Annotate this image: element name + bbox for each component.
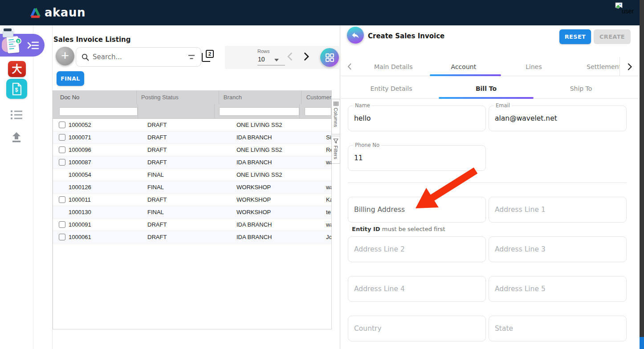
- rows-per-page-label: Rows: [257, 49, 270, 54]
- row-checkbox[interactable]: [59, 122, 65, 128]
- table-row[interactable]: 1000096 DRAFT ONE LIVING SS2 Re: [53, 144, 331, 156]
- address-line-4-input[interactable]: [354, 277, 481, 301]
- helper-bold: Entity ID: [352, 226, 380, 232]
- phone-input[interactable]: [354, 146, 481, 170]
- table-row[interactable]: 1000130 FINAL WORKSHOP te: [53, 206, 331, 219]
- cell-doc-no: 1000054: [67, 171, 143, 178]
- table-row[interactable]: 1000052 DRAFT ONE LIVING SS2: [53, 119, 331, 131]
- table-row[interactable]: 1000011 DRAFT WORKSHOP Ka: [53, 194, 331, 206]
- grid-icon: [325, 53, 334, 62]
- cell-doc-no: 1000071: [67, 134, 143, 141]
- brand-logo[interactable]: akaun: [29, 6, 86, 19]
- address-line-5-input[interactable]: [495, 277, 621, 301]
- table-row[interactable]: 1000126 FINAL WORKSHOP wa: [53, 181, 331, 194]
- email-field: Email: [489, 106, 627, 131]
- table-row[interactable]: 1000071 DRAFT IDA BRANCH Si: [53, 131, 331, 144]
- cell-customer: Re: [321, 146, 331, 153]
- row-checkbox[interactable]: [59, 159, 65, 166]
- cell-branch: IDA BRANCH: [232, 134, 321, 141]
- table-row[interactable]: 1000087 DRAFT IDA BRANCH wa: [53, 156, 331, 169]
- filters-side-tab[interactable]: Filters: [331, 136, 340, 164]
- back-button[interactable]: [347, 27, 364, 44]
- window-scrollbar-thumb[interactable]: [640, 337, 644, 349]
- reset-button[interactable]: RESET: [559, 29, 591, 44]
- row-checkbox[interactable]: [59, 134, 65, 141]
- address-line-1-field: [489, 197, 627, 223]
- search-box: [76, 47, 201, 67]
- da-glyph: 大: [12, 61, 22, 77]
- tab-main-details[interactable]: Main Details: [358, 63, 428, 70]
- sidebar-app-da-icon[interactable]: 大: [8, 61, 26, 77]
- back-arrow-icon: [351, 31, 360, 40]
- table-empty-area: [53, 243, 331, 329]
- billing-address-input[interactable]: [354, 198, 481, 222]
- columns-side-tab[interactable]: Columns: [331, 99, 340, 134]
- cell-posting-status: DRAFT: [143, 146, 232, 153]
- filter-doc-no-input[interactable]: [59, 107, 138, 116]
- prev-page-button[interactable]: [287, 52, 293, 63]
- cell-branch: WORKSHOP: [232, 184, 321, 191]
- state-input[interactable]: [495, 317, 621, 341]
- subtab-entity-details[interactable]: Entity Details: [344, 85, 439, 92]
- table-row[interactable]: 1000054 FINAL ONE LIVING SS2: [53, 169, 331, 181]
- header-branch[interactable]: Branch: [219, 90, 301, 104]
- row-checkbox[interactable]: [59, 146, 65, 153]
- grid-view-button[interactable]: [320, 48, 339, 67]
- cell-customer: wa: [321, 159, 331, 166]
- duplicate-count: 2: [206, 50, 214, 58]
- cell-doc-no: 1000096: [67, 146, 143, 153]
- create-button[interactable]: CREATE: [594, 29, 631, 44]
- tab-lines[interactable]: Lines: [499, 63, 569, 70]
- table-header-row: Doc No Posting Status Branch Customer: [53, 90, 331, 104]
- tabs-scroll-left-button[interactable]: [341, 63, 358, 70]
- cell-customer: wa: [321, 221, 331, 228]
- address-line-3-input[interactable]: [495, 237, 621, 261]
- filter-branch-input[interactable]: [219, 107, 299, 116]
- cell-branch: ONE LIVING SS2: [232, 122, 321, 128]
- menu-open-icon[interactable]: [27, 41, 39, 50]
- cell-posting-status: DRAFT: [143, 196, 232, 203]
- sidebar-listing-icon[interactable]: [10, 110, 23, 120]
- cell-doc-no: 1000061: [67, 234, 143, 240]
- email-input[interactable]: [495, 106, 621, 130]
- header-customer[interactable]: Customer: [301, 90, 331, 104]
- row-checkbox[interactable]: [59, 234, 65, 240]
- cell-branch: IDA BRANCH: [232, 159, 321, 166]
- status-filter-chip[interactable]: FINAL: [57, 71, 84, 86]
- tabs-scroll-right-button[interactable]: [620, 57, 639, 76]
- sidebar-app-invoice-icon[interactable]: $: [6, 79, 27, 99]
- subtab-ship-to[interactable]: Ship To: [534, 85, 628, 92]
- address-line-1-input[interactable]: [495, 198, 621, 222]
- address-line-2-input[interactable]: [354, 237, 481, 261]
- user-avatar[interactable]: user: [615, 2, 641, 20]
- row-checkbox[interactable]: [59, 221, 65, 228]
- window-scrollbar-track[interactable]: [640, 0, 644, 349]
- rows-per-page-value[interactable]: 10: [258, 56, 265, 63]
- table-row[interactable]: 1000061 DRAFT IDA BRANCH Jo: [53, 231, 331, 243]
- tab-account[interactable]: Account: [428, 63, 499, 70]
- add-invoice-button[interactable]: +: [56, 47, 74, 65]
- cell-branch: WORKSHOP: [232, 209, 321, 215]
- filter-customer-input[interactable]: [305, 107, 331, 116]
- sidebar-upload-icon[interactable]: [11, 132, 22, 143]
- sidebar: $ 大 $: [0, 25, 33, 349]
- dollar-badge-icon: $: [15, 38, 21, 44]
- rows-select-underline: [257, 65, 285, 65]
- row-checkbox[interactable]: [59, 196, 65, 203]
- duplicate-pages-icon[interactable]: 2: [202, 50, 214, 62]
- header-doc-no[interactable]: Doc No: [53, 94, 136, 101]
- cell-posting-status: FINAL: [143, 171, 232, 178]
- table-row[interactable]: 1000091 DRAFT IDA BRANCH wa: [53, 219, 331, 231]
- sub-tabs: Entity Details Bill To Ship To: [344, 78, 628, 98]
- subtab-bill-to[interactable]: Bill To: [439, 85, 534, 92]
- country-input[interactable]: [354, 317, 481, 341]
- panel-divider: [340, 25, 340, 349]
- search-input[interactable]: [93, 53, 184, 61]
- next-page-button[interactable]: [304, 52, 310, 63]
- header-posting-status[interactable]: Posting Status: [136, 90, 219, 104]
- active-subtab-indicator: [439, 97, 534, 99]
- main-tabs: Main Details Account Lines Settlement: [341, 57, 639, 76]
- filter-list-icon[interactable]: [187, 54, 196, 60]
- rows-dropdown-caret-icon[interactable]: [274, 59, 279, 61]
- name-input[interactable]: [354, 106, 481, 130]
